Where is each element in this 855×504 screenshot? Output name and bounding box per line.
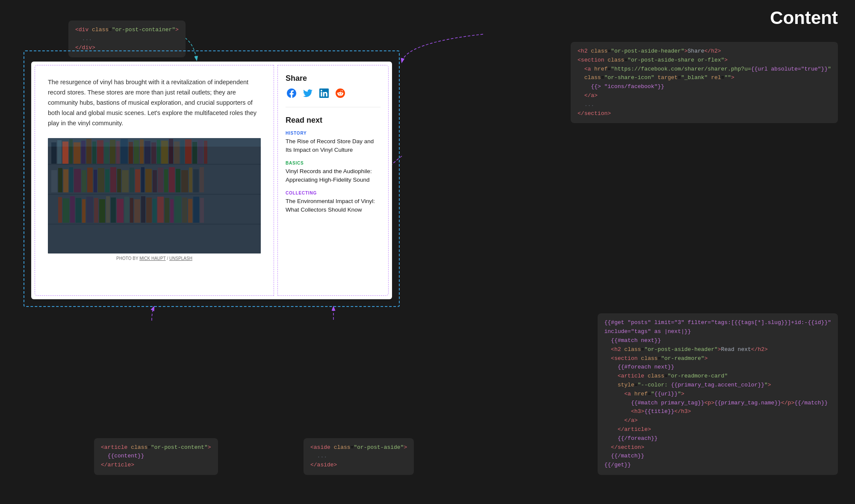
read-next-item-2: BASICS Vinyl Records and the Audiophile:… xyxy=(286,161,380,184)
read-next-item-1: HISTORY The Rise of Record Store Day and… xyxy=(286,131,380,154)
page-title: Content xyxy=(770,8,838,28)
photo-source-link[interactable]: UNSPLASH xyxy=(169,256,192,261)
svg-rect-85 xyxy=(48,138,261,253)
photo-credit: PHOTO BY MICK HAUPT / UNSPLASH xyxy=(48,256,261,261)
read-next-title: Read next xyxy=(286,116,380,125)
article-content: The resurgence of vinyl has brought with… xyxy=(35,65,274,296)
tag-history: HISTORY xyxy=(286,131,380,136)
linkedin-icon[interactable] xyxy=(318,87,330,99)
facebook-icon[interactable] xyxy=(286,87,298,99)
code-box-share: <h2 class="or-post-aside-header">Share</… xyxy=(571,42,838,123)
photo-author-link[interactable]: MICK HAUPT xyxy=(139,256,166,261)
twitter-icon[interactable] xyxy=(302,87,314,99)
code-box-aside: <aside class="or-post-aside"> ... </asid… xyxy=(304,438,414,475)
read-next-item-3: COLLECTING The Environmental Impact of V… xyxy=(286,191,380,214)
read-next-link-2[interactable]: Vinyl Records and the Audiophile: Apprec… xyxy=(286,167,380,184)
share-section: Share xyxy=(286,74,380,107)
article-image xyxy=(48,138,261,253)
read-next-section: Read next HISTORY The Rise of Record Sto… xyxy=(286,116,380,221)
read-next-link-1[interactable]: The Rise of Record Store Day and Its Imp… xyxy=(286,137,380,154)
share-icons xyxy=(286,87,380,99)
reddit-icon[interactable] xyxy=(334,87,346,99)
code-box-article: <article class="or-post-content"> {{cont… xyxy=(94,438,218,475)
aside-content: Share xyxy=(277,65,389,296)
tag-basics: BASICS xyxy=(286,161,380,165)
main-preview: The resurgence of vinyl has brought with… xyxy=(24,50,400,307)
code-box-get-posts: {{#get "posts" limit="3" filter="tags:[{… xyxy=(598,313,838,475)
article-body-text: The resurgence of vinyl has brought with… xyxy=(48,77,261,129)
read-next-link-3[interactable]: The Environmental Impact of Vinyl: What … xyxy=(286,197,380,214)
article-image-container: PHOTO BY MICK HAUPT / UNSPLASH xyxy=(48,138,261,261)
tag-collecting: COLLECTING xyxy=(286,191,380,195)
content-area: The resurgence of vinyl has brought with… xyxy=(31,62,392,299)
share-title: Share xyxy=(286,74,380,83)
svg-rect-86 xyxy=(48,138,261,147)
